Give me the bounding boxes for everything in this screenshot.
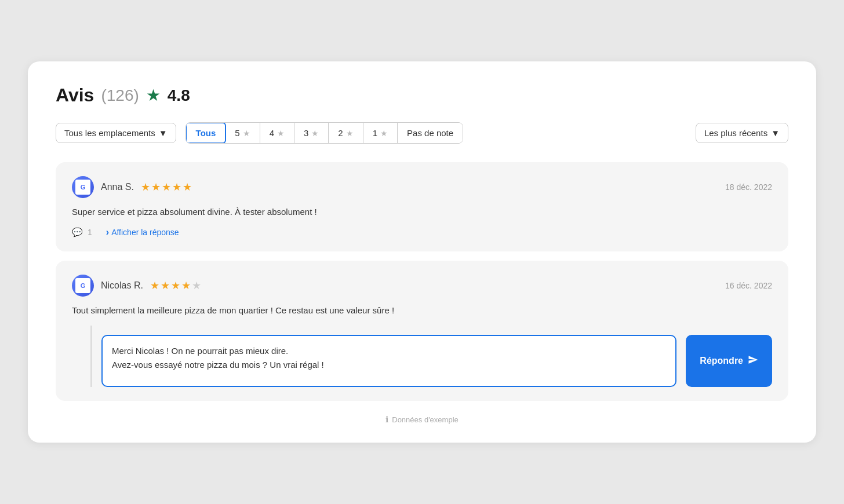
location-filter[interactable]: Tous les emplacements ▼ bbox=[56, 123, 176, 143]
page-title: Avis bbox=[56, 85, 94, 106]
star-2: ★ bbox=[161, 279, 170, 292]
review-1-comment-count: 1 bbox=[88, 228, 92, 237]
star-5: ★ bbox=[183, 181, 192, 193]
header-rating: 4.8 bbox=[168, 86, 190, 105]
review-1-text: Super service et pizza absolument divine… bbox=[72, 205, 772, 219]
filter-tab-5[interactable]: 5 ★ bbox=[225, 123, 260, 143]
sort-chevron-icon: ▼ bbox=[771, 128, 780, 138]
filter-tab-4[interactable]: 4 ★ bbox=[260, 123, 294, 143]
review-1-author: Anna S. bbox=[101, 182, 134, 192]
review-1-stars: ★ ★ ★ ★ ★ bbox=[141, 181, 192, 193]
filter-tab-1-label: 1 bbox=[373, 128, 377, 138]
review-2-header: Nicolas R. ★ ★ ★ ★ ★ 16 déc. 2022 bbox=[72, 275, 772, 297]
review-2-avatar bbox=[72, 275, 94, 297]
filter-tab-4-star: ★ bbox=[277, 129, 285, 138]
star-2: ★ bbox=[151, 181, 161, 193]
comment-icon: 💬 bbox=[72, 227, 83, 238]
filter-tab-3-label: 3 bbox=[304, 128, 308, 138]
filter-tab-2[interactable]: 2 ★ bbox=[329, 123, 363, 143]
reply-textarea[interactable]: Merci Nicolas ! On ne pourrait pas mieux… bbox=[101, 335, 676, 387]
filter-tab-tous[interactable]: Tous bbox=[185, 122, 227, 144]
sort-filter[interactable]: Les plus récents ▼ bbox=[696, 123, 788, 143]
sort-filter-label: Les plus récents bbox=[704, 128, 767, 138]
google-avatar-icon bbox=[75, 180, 90, 195]
filter-tab-5-star: ★ bbox=[243, 129, 250, 138]
footer: ℹ Données d'exemple bbox=[56, 415, 788, 424]
star-3: ★ bbox=[171, 279, 180, 292]
review-1-actions: 💬 1 Afficher la réponse bbox=[72, 227, 772, 238]
google-avatar-icon-2 bbox=[75, 278, 90, 293]
filters-row: Tous les emplacements ▼ Tous 5 ★ 4 ★ 3 ★ bbox=[56, 122, 788, 144]
reply-wrapper: Merci Nicolas ! On ne pourrait pas mieux… bbox=[92, 335, 772, 387]
filter-tab-3-star: ★ bbox=[311, 129, 319, 138]
review-2-stars: ★ ★ ★ ★ ★ bbox=[150, 279, 201, 292]
star-4: ★ bbox=[172, 181, 181, 193]
star-1: ★ bbox=[150, 279, 159, 292]
location-chevron-icon: ▼ bbox=[159, 128, 168, 138]
footer-text: Données d'exemple bbox=[392, 415, 459, 424]
send-icon bbox=[748, 355, 758, 367]
reviews-header: Avis (126) ★ 4.8 bbox=[56, 85, 788, 106]
review-card-2: Nicolas R. ★ ★ ★ ★ ★ 16 déc. 2022 Tout s… bbox=[56, 261, 788, 401]
filter-tab-5-label: 5 bbox=[235, 128, 239, 138]
reply-button-label: Répondre bbox=[700, 356, 743, 366]
filter-tab-no-rating-label: Pas de note bbox=[407, 128, 453, 138]
info-icon: ℹ bbox=[385, 415, 388, 424]
star-3: ★ bbox=[162, 181, 171, 193]
location-filter-label: Tous les emplacements bbox=[64, 128, 155, 138]
review-2-date: 16 déc. 2022 bbox=[725, 281, 772, 290]
review-2-text: Tout simplement la meilleure pizza de mo… bbox=[72, 304, 772, 317]
filter-tab-1[interactable]: 1 ★ bbox=[363, 123, 398, 143]
review-count: (126) bbox=[101, 86, 139, 105]
show-response-button[interactable]: Afficher la réponse bbox=[106, 227, 179, 238]
review-2-author-row: Nicolas R. ★ ★ ★ ★ ★ bbox=[72, 275, 201, 297]
star-1: ★ bbox=[141, 181, 150, 193]
filter-tab-tous-label: Tous bbox=[196, 128, 216, 138]
rating-filter-tabs: Tous 5 ★ 4 ★ 3 ★ 2 ★ 1 bbox=[185, 122, 464, 144]
filter-tab-2-star: ★ bbox=[346, 129, 354, 138]
main-card: Avis (126) ★ 4.8 Tous les emplacements ▼… bbox=[28, 61, 816, 443]
review-2-author: Nicolas R. bbox=[101, 280, 143, 291]
review-1-author-row: Anna S. ★ ★ ★ ★ ★ bbox=[72, 176, 192, 198]
review-1-avatar bbox=[72, 176, 94, 198]
filter-tab-3[interactable]: 3 ★ bbox=[294, 123, 329, 143]
filter-tab-2-label: 2 bbox=[338, 128, 343, 138]
header-star-icon: ★ bbox=[146, 86, 161, 105]
filter-tab-1-star: ★ bbox=[380, 129, 388, 138]
review-card-1: Anna S. ★ ★ ★ ★ ★ 18 déc. 2022 Super ser… bbox=[56, 162, 788, 251]
review-1-header: Anna S. ★ ★ ★ ★ ★ 18 déc. 2022 bbox=[72, 176, 772, 198]
star-5: ★ bbox=[192, 279, 201, 292]
reply-section: Merci Nicolas ! On ne pourrait pas mieux… bbox=[90, 326, 772, 387]
filter-tab-no-rating[interactable]: Pas de note bbox=[398, 123, 463, 143]
star-4: ★ bbox=[181, 279, 191, 292]
reply-button[interactable]: Répondre bbox=[686, 335, 772, 387]
filter-tab-4-label: 4 bbox=[270, 128, 274, 138]
review-1-date: 18 déc. 2022 bbox=[725, 182, 772, 192]
